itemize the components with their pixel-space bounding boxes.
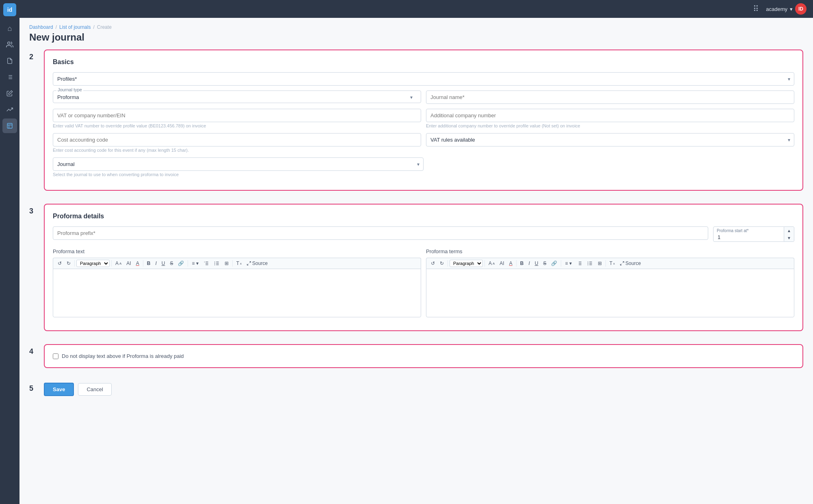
app-logo: id [3, 3, 16, 16]
proforma-terms-body[interactable] [426, 269, 794, 317]
cancel-button[interactable]: Cancel [78, 383, 111, 396]
proforma-details-title: Proforma details [53, 213, 794, 220]
vat-rules-select[interactable]: VAT rules available [426, 133, 794, 146]
start-at-label: Proforma start at* [717, 228, 748, 233]
terms-ai-button[interactable]: AI [497, 260, 506, 267]
terms-font-color-button[interactable]: A [507, 260, 515, 267]
apps-grid-icon[interactable]: ⠿ [753, 4, 759, 14]
toolbar-sep-1 [74, 260, 75, 267]
sidebar-item-chart[interactable] [2, 102, 17, 117]
terms-bold-button[interactable]: B [518, 260, 526, 267]
journal-select[interactable]: Journal [53, 157, 424, 171]
underline-button[interactable]: U [160, 260, 167, 267]
terms-table-button[interactable]: ⊞ [596, 260, 604, 267]
undo-button[interactable]: ↺ [56, 260, 64, 267]
avatar: ID [795, 3, 807, 15]
sidebar-item-users[interactable] [2, 37, 17, 52]
italic-button[interactable]: I [153, 260, 158, 267]
link-button[interactable]: 🔗 [176, 260, 186, 267]
svg-point-31 [588, 265, 588, 265]
page-title: New journal [29, 32, 803, 43]
terms-strike-button[interactable]: S [541, 260, 548, 267]
vat-group: Enter valid VAT number to override profi… [53, 109, 421, 128]
sidebar-item-list[interactable] [2, 70, 17, 84]
sidebar-item-home[interactable]: ⌂ [2, 21, 17, 36]
align-button[interactable]: ≡ ▾ [190, 260, 200, 267]
terms-align-button[interactable]: ≡ ▾ [563, 260, 573, 267]
checkbox-label[interactable]: Do not display text above if Proforma is… [62, 353, 184, 359]
svg-line-22 [247, 264, 249, 265]
terms-superscript-button[interactable]: Tx [608, 260, 617, 267]
journal-type-group: Journal type Proforma ▾ [53, 90, 421, 104]
additional-company-input[interactable] [426, 109, 794, 122]
paragraph-select[interactable]: Paragraph [76, 260, 110, 267]
start-at-field-wrapper: Proforma start at* ▲ ▼ [713, 226, 794, 242]
spin-buttons: ▲ ▼ [784, 226, 794, 242]
save-button[interactable]: Save [44, 383, 74, 396]
bold-button[interactable]: B [145, 260, 153, 267]
ai-button[interactable]: AI [124, 260, 133, 267]
table-button[interactable]: ⊞ [223, 260, 231, 267]
terms-source-button[interactable]: Source [618, 260, 643, 267]
vat-input[interactable] [53, 109, 421, 122]
journal-type-select[interactable]: Proforma [57, 93, 417, 101]
proforma-text-label: Proforma text [53, 248, 421, 254]
user-menu[interactable]: academy ▾ ID [766, 3, 807, 15]
terms-undo-button[interactable]: ↺ [429, 260, 437, 267]
terms-font-size-button[interactable]: AA [487, 260, 497, 267]
action-bar: Save Cancel [44, 383, 112, 396]
svg-line-33 [621, 264, 622, 265]
proforma-terms-editor: Proforma terms ↺ ↻ Paragraph AA AI A B [426, 248, 794, 317]
terms-italic-button[interactable]: I [526, 260, 532, 267]
logo-text: id [7, 6, 12, 13]
svg-point-30 [588, 263, 588, 264]
spin-down-button[interactable]: ▼ [784, 234, 794, 241]
cost-accounting-hint: Enter cost accounting code for this even… [53, 148, 421, 153]
svg-point-0 [8, 42, 10, 44]
start-at-field: Proforma start at* [713, 226, 784, 242]
step-2-label: 2 [29, 50, 39, 61]
terms-ul-button[interactable] [585, 260, 595, 267]
terms-redo-button[interactable]: ↻ [438, 260, 446, 267]
profiles-select-wrapper: Profiles* ▾ [53, 72, 794, 86]
toolbar-sep-4 [188, 260, 188, 267]
breadcrumb-sep2: / [93, 24, 94, 30]
cost-vat-row: Enter cost accounting code for this even… [53, 133, 794, 153]
user-chevron-icon: ▾ [790, 6, 793, 12]
sidebar-item-notes[interactable] [2, 86, 17, 101]
superscript-button[interactable]: Tx [234, 260, 244, 267]
prefix-input[interactable] [53, 226, 708, 240]
terms-underline-button[interactable]: U [533, 260, 541, 267]
svg-line-32 [623, 262, 624, 263]
svg-point-20 [214, 265, 215, 265]
breadcrumb-dashboard[interactable]: Dashboard [29, 24, 53, 30]
font-color-button[interactable]: A [134, 260, 141, 267]
cost-accounting-input[interactable] [53, 133, 421, 146]
proforma-text-body[interactable] [53, 269, 421, 317]
svg-point-19 [214, 263, 215, 264]
toolbar-sep-2 [111, 260, 112, 267]
strike-button[interactable]: S [168, 260, 175, 267]
terms-ol-button[interactable] [575, 260, 584, 267]
start-at-input[interactable] [718, 234, 780, 240]
redo-button[interactable]: ↻ [65, 260, 73, 267]
no-display-checkbox[interactable] [53, 353, 58, 359]
terms-link-button[interactable]: 🔗 [549, 260, 559, 267]
sidebar: id ⌂ [0, 0, 19, 504]
start-at-group: Proforma start at* ▲ ▼ [713, 226, 794, 242]
ul-button[interactable] [212, 260, 222, 267]
profiles-select[interactable]: Profiles* [53, 72, 794, 86]
step-5-label: 5 [29, 381, 39, 393]
font-size-button[interactable]: AA [113, 260, 123, 267]
journal-group: Journal ▾ Select the journal to use to w… [53, 157, 424, 177]
terms-paragraph-select[interactable]: Paragraph [450, 260, 483, 267]
sidebar-item-doc1[interactable] [2, 54, 17, 68]
journal-name-input[interactable] [426, 90, 794, 104]
proforma-terms-label: Proforma terms [426, 248, 794, 254]
spin-up-button[interactable]: ▲ [784, 227, 794, 234]
step-4-label: 4 [29, 344, 39, 356]
source-button[interactable]: Source [244, 260, 270, 267]
breadcrumb-list-journals[interactable]: List of journals [59, 24, 91, 30]
ol-button[interactable]: 1 [201, 260, 211, 267]
sidebar-item-active-doc[interactable] [2, 118, 17, 133]
